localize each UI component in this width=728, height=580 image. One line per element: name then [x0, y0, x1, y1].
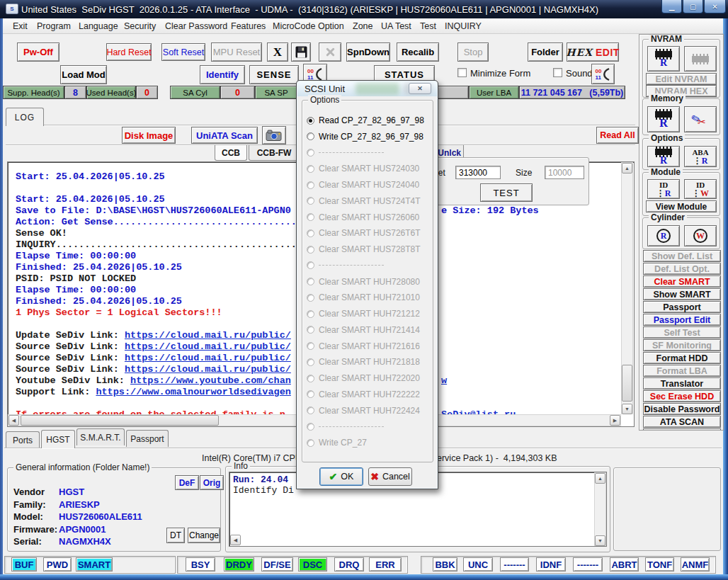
soft-reset-button[interactable]: Soft Reset	[161, 43, 205, 61]
minimize-form-checkbox[interactable]	[457, 68, 467, 77]
dt-button[interactable]: DT	[166, 528, 185, 543]
sense-button[interactable]: SENSE	[249, 65, 299, 84]
sidebar-button-clipped[interactable]	[643, 428, 721, 431]
menu-item-ua-test[interactable]: UA Test	[381, 21, 411, 31]
hex-edit-button[interactable]: HEXEDIT	[567, 42, 619, 62]
sidebar-button-ata-scan[interactable]: ATA SCAN	[643, 416, 721, 428]
dialog-option-write-cp-27-82-96-97-98[interactable]: Write CP_27_82_96_97_98	[307, 132, 423, 142]
sidebar-button-sf-monitoring[interactable]: SF Monitoring	[643, 339, 721, 351]
menu-item-zone[interactable]: Zone	[353, 21, 373, 31]
log-hscroll-thumb[interactable]	[21, 415, 219, 426]
menu-item-exit[interactable]: Exit	[13, 21, 28, 31]
options-read-button[interactable]: R	[647, 146, 680, 167]
identify-button[interactable]: Identify	[200, 65, 245, 84]
tab-hgst[interactable]: HGST	[41, 430, 75, 448]
ok-button[interactable]: ✔OK	[319, 467, 363, 486]
radio-icon	[307, 246, 314, 254]
dialog-close-icon[interactable]: ✕	[409, 83, 431, 94]
dialog-option-clear-smart-huh722020: Clear SMART HUH722020	[307, 373, 420, 383]
scroll-up-icon[interactable]: ▲	[595, 473, 605, 484]
change-button[interactable]: Change	[188, 528, 220, 543]
hard-reset-button[interactable]: Hard Reset	[106, 43, 152, 61]
scroll-left-icon[interactable]: ◀	[230, 535, 241, 545]
radio-icon[interactable]	[307, 117, 314, 125]
nvram-read-letter: R	[660, 59, 667, 67]
scroll-up-icon[interactable]: ▲	[622, 163, 632, 174]
memory-read-button[interactable]: R	[647, 106, 680, 132]
cylinder-write-button[interactable]: W	[684, 225, 717, 246]
size-input[interactable]: 10000	[545, 166, 584, 179]
sidebar-button-format-lba[interactable]: Format LBA	[643, 365, 721, 377]
edit-nvram-button[interactable]: Edit NVRAM	[646, 73, 717, 85]
disk-image-button[interactable]: Disk Image	[122, 127, 176, 144]
sidebar-button-def-list-opt-[interactable]: Def. List Opt.	[643, 263, 721, 275]
nvram-read-button[interactable]: R	[647, 46, 680, 72]
def-button[interactable]: DeF	[175, 475, 199, 490]
sidebar-button-clear-smart[interactable]: Clear SMART	[643, 275, 721, 288]
phone-dial-icon-2[interactable]: 0011	[591, 64, 615, 84]
status-flag-drq: DRQ	[334, 557, 364, 572]
pw-off-button[interactable]: Pw-Off	[17, 42, 59, 62]
close-button[interactable]: ✕	[704, 0, 726, 13]
tab-smart[interactable]: S.M.A.R.T.	[76, 428, 125, 445]
scroll-right-icon[interactable]: ▶	[610, 415, 620, 426]
minimize-button[interactable]: ▁	[661, 0, 682, 13]
close-x-icon[interactable]: X	[267, 42, 288, 62]
radio-icon[interactable]	[307, 132, 314, 140]
tab-ccb[interactable]: CCB	[215, 145, 247, 161]
menu-item-clear-password[interactable]: Clear Password	[165, 21, 227, 31]
test-button[interactable]: TEST	[480, 183, 533, 202]
tools-icon[interactable]	[319, 42, 341, 62]
recalib-button[interactable]: Recalib	[397, 42, 439, 62]
menu-item-features[interactable]: Features	[231, 21, 266, 31]
sidebar-button-passport[interactable]: Passport	[643, 301, 721, 313]
log-vscrollbar[interactable]: ▲ ▼	[621, 162, 633, 414]
folder-button[interactable]: Folder	[528, 42, 563, 62]
view-module-button[interactable]: View Module	[646, 200, 717, 212]
scroll-down-icon[interactable]: ▼	[595, 535, 605, 546]
tab-passport[interactable]: Passport	[126, 430, 169, 447]
tab-ccb-fw[interactable]: CCB-FW	[249, 145, 300, 161]
sidebar-button-disable-password[interactable]: Disable Password	[643, 403, 721, 415]
menu-item-test[interactable]: Test	[420, 21, 436, 31]
module-id-write-button[interactable]: ID⋮W	[684, 179, 717, 199]
maximize-button[interactable]: ▢	[683, 0, 703, 13]
cancel-button[interactable]: ✖Cancel	[368, 467, 412, 486]
sidebar-button-format-hdd[interactable]: Format HDD	[643, 352, 721, 364]
sidebar-button-show-smart[interactable]: Show SMART	[643, 288, 721, 300]
spndown-button[interactable]: SpnDown	[346, 42, 390, 62]
cylinder-read-button[interactable]: R	[647, 225, 680, 246]
sidebar-button-show-def-list[interactable]: Show Def. List	[643, 250, 721, 262]
options-aba-button[interactable]: ABA ⋮R	[684, 146, 717, 167]
stop-button[interactable]: Stop	[457, 42, 489, 62]
sidebar-button-translator[interactable]: Translator	[643, 377, 721, 389]
memory-edit-button[interactable]: ✎ ✂	[684, 106, 717, 132]
menu-item-program[interactable]: Program	[37, 21, 71, 31]
uniata-scan-button[interactable]: UniATA Scan	[191, 127, 258, 144]
camera-icon[interactable]	[262, 126, 286, 144]
read-all-button[interactable]: Read All	[596, 127, 639, 144]
scroll-left-icon[interactable]: ◀	[8, 415, 19, 426]
save-floppy-icon[interactable]	[291, 42, 311, 62]
menu-item-inquiry[interactable]: INQUIRY	[445, 21, 482, 31]
menu-item-microcode-option[interactable]: MicroCode Option	[273, 21, 344, 31]
nvram-write-button[interactable]	[684, 46, 717, 72]
sidebar-button-self-test[interactable]: Self Test	[643, 326, 721, 339]
sidebar-button-sec-erase-hdd[interactable]: Sec Erase HDD	[643, 390, 721, 402]
dialog-option-read-cp-27-82-96-97-98[interactable]: Read CP_27_82_96_97_98	[307, 115, 424, 125]
menu-item-language[interactable]: Language	[79, 21, 118, 31]
sidebar-button-passport-edit[interactable]: Passport Edit	[643, 314, 721, 326]
orig-button[interactable]: Orig	[200, 475, 224, 490]
sound-checkbox[interactable]	[553, 68, 562, 77]
log-vscroll-thumb[interactable]	[622, 365, 632, 402]
offset-input[interactable]: 313000	[455, 166, 501, 179]
info-vscrollbar[interactable]: ▲ ▼	[594, 472, 606, 546]
scroll-down-icon[interactable]: ▼	[622, 404, 632, 414]
dialog-title-bar[interactable]: SCSI Unit ✕	[297, 81, 437, 96]
menu-item-security[interactable]: Security	[124, 21, 156, 31]
tab-ports[interactable]: Ports	[6, 431, 40, 448]
tab-log[interactable]: LOG	[6, 108, 44, 126]
load-mod-button[interactable]: Load Mod	[60, 65, 107, 84]
mpu-reset-button[interactable]: MPU Reset	[211, 42, 262, 62]
module-id-read-button[interactable]: ID⋮R	[647, 179, 680, 199]
